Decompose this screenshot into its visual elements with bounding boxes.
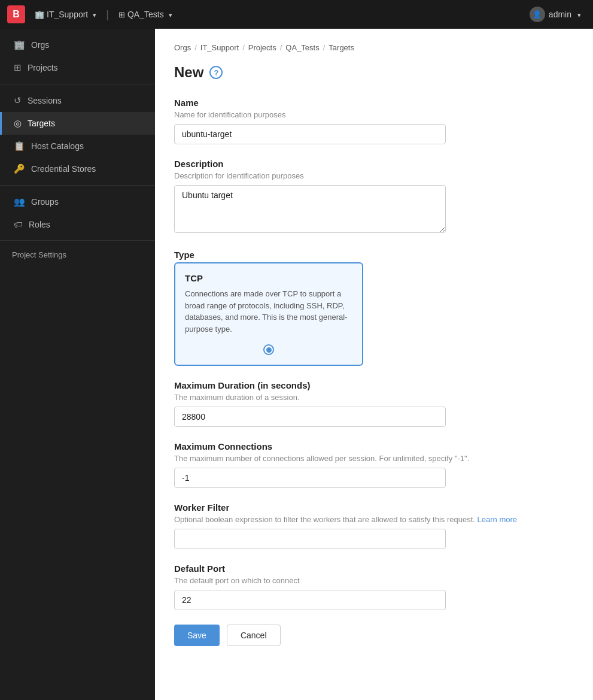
name-input[interactable]	[174, 124, 446, 144]
sidebar-divider-2	[0, 185, 155, 186]
sidebar-divider-3	[0, 240, 155, 241]
breadcrumb-sep-2: /	[242, 43, 245, 52]
sidebar-item-groups[interactable]: 👥 Groups	[0, 190, 155, 213]
user-name: admin	[549, 10, 571, 19]
credential-stores-icon: 🔑	[14, 163, 25, 174]
sidebar-item-host-catalogs[interactable]: 📋 Host Catalogs	[0, 135, 155, 157]
user-chevron-icon	[575, 10, 581, 19]
projects-icon: ⊞	[14, 62, 22, 73]
type-section: Type TCP Connections are made over TCP t…	[174, 250, 574, 366]
sessions-icon: ↺	[14, 95, 22, 106]
sidebar-item-label: Roles	[29, 220, 50, 229]
org-icon: 🏢	[35, 10, 44, 19]
type-card-description: Connections are made over TCP to support…	[185, 288, 352, 335]
tcp-radio-inner	[266, 347, 272, 353]
default-port-hint: The default port on which to connect	[174, 576, 574, 585]
sidebar-item-orgs[interactable]: 🏢 Orgs	[0, 34, 155, 56]
sidebar-divider	[0, 84, 155, 84]
org-selector[interactable]: 🏢 IT_Support	[30, 7, 101, 22]
description-textarea[interactable]	[174, 185, 446, 233]
max-connections-label: Maximum Connections	[174, 441, 574, 451]
sidebar-item-targets[interactable]: ◎ Targets	[0, 112, 155, 135]
breadcrumb-sep-4: /	[323, 43, 326, 52]
breadcrumb-qa-tests[interactable]: QA_Tests	[285, 43, 319, 52]
max-duration-hint: The maximum duration of a session.	[174, 393, 574, 402]
max-duration-section: Maximum Duration (in seconds) The maximu…	[174, 380, 574, 427]
description-hint: Description for identification purposes	[174, 171, 574, 180]
roles-icon: 🏷	[14, 219, 23, 229]
host-catalogs-icon: 📋	[14, 141, 25, 151]
action-buttons: Save Cancel	[174, 625, 574, 646]
default-port-section: Default Port The default port on which t…	[174, 563, 574, 610]
page-title-row: New ?	[174, 64, 574, 81]
targets-icon: ◎	[14, 118, 22, 129]
worker-filter-section: Worker Filter Optional boolean expressio…	[174, 502, 574, 549]
learn-more-link[interactable]: Learn more	[478, 515, 517, 524]
name-section: Name Name for identification purposes	[174, 98, 574, 144]
type-label: Type	[174, 250, 574, 260]
max-connections-input[interactable]	[174, 468, 446, 488]
main-content: Orgs / IT_Support / Projects / QA_Tests …	[155, 29, 593, 700]
breadcrumb-projects[interactable]: Projects	[248, 43, 276, 52]
sidebar-item-credential-stores[interactable]: 🔑 Credential Stores	[0, 157, 155, 180]
sidebar-item-label: Host Catalogs	[31, 141, 84, 151]
help-icon[interactable]: ?	[209, 66, 223, 79]
default-port-input[interactable]	[174, 590, 446, 610]
breadcrumb-orgs[interactable]: Orgs	[174, 43, 191, 52]
name-hint: Name for identification purposes	[174, 110, 574, 119]
org-chevron-icon	[90, 10, 96, 19]
project-icon: ⊞	[118, 10, 125, 19]
sidebar-item-roles[interactable]: 🏷 Roles	[0, 213, 155, 235]
sidebar-item-label: Groups	[31, 197, 59, 207]
sidebar: 🏢 Orgs ⊞ Projects ↺ Sessions ◎ Targets 📋…	[0, 29, 155, 700]
sidebar-item-label: Credential Stores	[31, 164, 96, 174]
breadcrumb-sep-3: /	[280, 43, 282, 52]
worker-filter-hint: Optional boolean expression to filter th…	[174, 515, 574, 524]
breadcrumb-targets: Targets	[329, 43, 354, 52]
type-card-title: TCP	[185, 273, 352, 283]
sidebar-item-label: Projects	[28, 63, 58, 72]
top-nav: B 🏢 IT_Support | ⊞ QA_Tests 👤 admin	[0, 0, 593, 29]
project-name: QA_Tests	[127, 10, 164, 19]
description-section: Description Description for identificati…	[174, 159, 574, 235]
user-menu[interactable]: 👤 admin	[525, 4, 586, 25]
org-name: IT_Support	[47, 10, 88, 19]
breadcrumb-sep-1: /	[194, 43, 197, 52]
project-selector[interactable]: ⊞ QA_Tests	[114, 7, 177, 22]
project-settings-link[interactable]: Project Settings	[0, 246, 155, 264]
default-port-label: Default Port	[174, 563, 574, 574]
worker-filter-hint-text: Optional boolean expression to filter th…	[174, 515, 478, 524]
app-logo: B	[7, 5, 25, 23]
tcp-type-card[interactable]: TCP Connections are made over TCP to sup…	[174, 262, 363, 366]
tcp-radio-button[interactable]	[263, 344, 274, 355]
breadcrumb: Orgs / IT_Support / Projects / QA_Tests …	[174, 43, 574, 52]
name-label: Name	[174, 98, 574, 108]
page-title: New	[174, 64, 203, 81]
sidebar-item-label: Targets	[28, 119, 55, 128]
sidebar-item-sessions[interactable]: ↺ Sessions	[0, 89, 155, 112]
max-connections-section: Maximum Connections The maximum number o…	[174, 441, 574, 488]
breadcrumb-it-support[interactable]: IT_Support	[200, 43, 239, 52]
sidebar-item-projects[interactable]: ⊞ Projects	[0, 56, 155, 79]
cancel-button[interactable]: Cancel	[227, 625, 281, 646]
worker-filter-input[interactable]	[174, 529, 446, 549]
nav-separator: |	[106, 8, 109, 21]
project-chevron-icon	[166, 10, 172, 19]
groups-icon: 👥	[14, 196, 25, 207]
max-connections-hint: The maximum number of connections allowe…	[174, 454, 574, 463]
user-avatar: 👤	[530, 7, 545, 22]
type-card-radio-row	[185, 344, 352, 355]
worker-filter-label: Worker Filter	[174, 502, 574, 513]
save-button[interactable]: Save	[174, 625, 220, 646]
description-label: Description	[174, 159, 574, 169]
orgs-icon: 🏢	[14, 40, 25, 50]
sidebar-item-label: Orgs	[31, 40, 49, 50]
sidebar-item-label: Sessions	[28, 96, 62, 105]
max-duration-input[interactable]	[174, 407, 446, 427]
max-duration-label: Maximum Duration (in seconds)	[174, 380, 574, 390]
